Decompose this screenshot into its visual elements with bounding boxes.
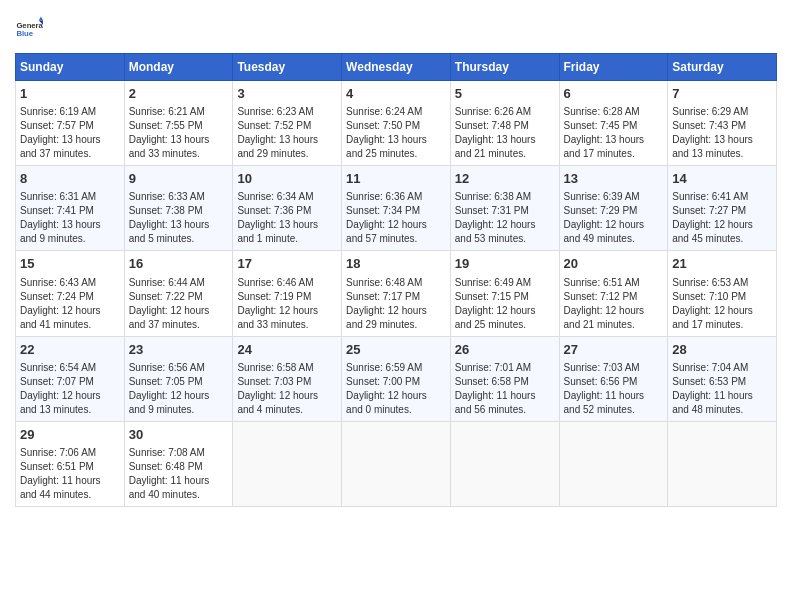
day-number: 22	[20, 341, 120, 359]
day-info: Sunrise: 7:03 AM Sunset: 6:56 PM Dayligh…	[564, 361, 664, 417]
calendar-cell: 19Sunrise: 6:49 AM Sunset: 7:15 PM Dayli…	[450, 251, 559, 336]
day-number: 10	[237, 170, 337, 188]
day-info: Sunrise: 7:08 AM Sunset: 6:48 PM Dayligh…	[129, 446, 229, 502]
calendar-cell	[559, 421, 668, 506]
svg-text:Blue: Blue	[16, 29, 33, 38]
calendar-cell: 26Sunrise: 7:01 AM Sunset: 6:58 PM Dayli…	[450, 336, 559, 421]
day-info: Sunrise: 6:39 AM Sunset: 7:29 PM Dayligh…	[564, 190, 664, 246]
day-info: Sunrise: 6:19 AM Sunset: 7:57 PM Dayligh…	[20, 105, 120, 161]
day-info: Sunrise: 6:53 AM Sunset: 7:10 PM Dayligh…	[672, 276, 772, 332]
day-info: Sunrise: 6:24 AM Sunset: 7:50 PM Dayligh…	[346, 105, 446, 161]
day-info: Sunrise: 6:43 AM Sunset: 7:24 PM Dayligh…	[20, 276, 120, 332]
weekday-header-tuesday: Tuesday	[233, 54, 342, 81]
day-info: Sunrise: 6:59 AM Sunset: 7:00 PM Dayligh…	[346, 361, 446, 417]
day-info: Sunrise: 6:51 AM Sunset: 7:12 PM Dayligh…	[564, 276, 664, 332]
day-info: Sunrise: 6:21 AM Sunset: 7:55 PM Dayligh…	[129, 105, 229, 161]
day-info: Sunrise: 6:23 AM Sunset: 7:52 PM Dayligh…	[237, 105, 337, 161]
day-number: 8	[20, 170, 120, 188]
calendar-cell: 12Sunrise: 6:38 AM Sunset: 7:31 PM Dayli…	[450, 166, 559, 251]
day-info: Sunrise: 6:54 AM Sunset: 7:07 PM Dayligh…	[20, 361, 120, 417]
weekday-header-monday: Monday	[124, 54, 233, 81]
weekday-header-sunday: Sunday	[16, 54, 125, 81]
page-header: General Blue	[15, 15, 777, 43]
day-number: 28	[672, 341, 772, 359]
calendar-cell: 2Sunrise: 6:21 AM Sunset: 7:55 PM Daylig…	[124, 81, 233, 166]
day-number: 11	[346, 170, 446, 188]
calendar-week-4: 22Sunrise: 6:54 AM Sunset: 7:07 PM Dayli…	[16, 336, 777, 421]
day-info: Sunrise: 6:46 AM Sunset: 7:19 PM Dayligh…	[237, 276, 337, 332]
calendar-cell: 13Sunrise: 6:39 AM Sunset: 7:29 PM Dayli…	[559, 166, 668, 251]
svg-text:General: General	[16, 21, 43, 30]
weekday-header-thursday: Thursday	[450, 54, 559, 81]
calendar-cell: 14Sunrise: 6:41 AM Sunset: 7:27 PM Dayli…	[668, 166, 777, 251]
weekday-header-wednesday: Wednesday	[342, 54, 451, 81]
day-number: 24	[237, 341, 337, 359]
day-info: Sunrise: 6:29 AM Sunset: 7:43 PM Dayligh…	[672, 105, 772, 161]
day-number: 3	[237, 85, 337, 103]
calendar-cell: 5Sunrise: 6:26 AM Sunset: 7:48 PM Daylig…	[450, 81, 559, 166]
calendar-week-3: 15Sunrise: 6:43 AM Sunset: 7:24 PM Dayli…	[16, 251, 777, 336]
day-number: 5	[455, 85, 555, 103]
calendar-cell: 23Sunrise: 6:56 AM Sunset: 7:05 PM Dayli…	[124, 336, 233, 421]
day-number: 30	[129, 426, 229, 444]
day-number: 19	[455, 255, 555, 273]
day-number: 14	[672, 170, 772, 188]
weekday-header-saturday: Saturday	[668, 54, 777, 81]
calendar-cell: 1Sunrise: 6:19 AM Sunset: 7:57 PM Daylig…	[16, 81, 125, 166]
calendar-cell	[450, 421, 559, 506]
day-number: 17	[237, 255, 337, 273]
calendar-cell	[342, 421, 451, 506]
calendar-cell: 21Sunrise: 6:53 AM Sunset: 7:10 PM Dayli…	[668, 251, 777, 336]
day-info: Sunrise: 6:36 AM Sunset: 7:34 PM Dayligh…	[346, 190, 446, 246]
calendar-cell: 29Sunrise: 7:06 AM Sunset: 6:51 PM Dayli…	[16, 421, 125, 506]
weekday-header-row: SundayMondayTuesdayWednesdayThursdayFrid…	[16, 54, 777, 81]
day-number: 2	[129, 85, 229, 103]
calendar-cell: 22Sunrise: 6:54 AM Sunset: 7:07 PM Dayli…	[16, 336, 125, 421]
day-number: 6	[564, 85, 664, 103]
day-info: Sunrise: 7:06 AM Sunset: 6:51 PM Dayligh…	[20, 446, 120, 502]
calendar-cell: 7Sunrise: 6:29 AM Sunset: 7:43 PM Daylig…	[668, 81, 777, 166]
calendar-cell: 17Sunrise: 6:46 AM Sunset: 7:19 PM Dayli…	[233, 251, 342, 336]
day-number: 25	[346, 341, 446, 359]
calendar-cell: 4Sunrise: 6:24 AM Sunset: 7:50 PM Daylig…	[342, 81, 451, 166]
day-number: 13	[564, 170, 664, 188]
weekday-header-friday: Friday	[559, 54, 668, 81]
day-number: 20	[564, 255, 664, 273]
svg-marker-2	[39, 16, 43, 20]
calendar-cell: 18Sunrise: 6:48 AM Sunset: 7:17 PM Dayli…	[342, 251, 451, 336]
calendar-cell	[233, 421, 342, 506]
day-number: 16	[129, 255, 229, 273]
calendar-week-2: 8Sunrise: 6:31 AM Sunset: 7:41 PM Daylig…	[16, 166, 777, 251]
calendar-cell: 24Sunrise: 6:58 AM Sunset: 7:03 PM Dayli…	[233, 336, 342, 421]
day-info: Sunrise: 6:38 AM Sunset: 7:31 PM Dayligh…	[455, 190, 555, 246]
calendar-cell: 25Sunrise: 6:59 AM Sunset: 7:00 PM Dayli…	[342, 336, 451, 421]
day-number: 12	[455, 170, 555, 188]
calendar-cell: 8Sunrise: 6:31 AM Sunset: 7:41 PM Daylig…	[16, 166, 125, 251]
calendar-cell	[668, 421, 777, 506]
calendar-cell: 11Sunrise: 6:36 AM Sunset: 7:34 PM Dayli…	[342, 166, 451, 251]
calendar-cell: 30Sunrise: 7:08 AM Sunset: 6:48 PM Dayli…	[124, 421, 233, 506]
day-info: Sunrise: 6:58 AM Sunset: 7:03 PM Dayligh…	[237, 361, 337, 417]
day-info: Sunrise: 6:41 AM Sunset: 7:27 PM Dayligh…	[672, 190, 772, 246]
day-info: Sunrise: 6:48 AM Sunset: 7:17 PM Dayligh…	[346, 276, 446, 332]
day-number: 21	[672, 255, 772, 273]
calendar-cell: 6Sunrise: 6:28 AM Sunset: 7:45 PM Daylig…	[559, 81, 668, 166]
day-number: 23	[129, 341, 229, 359]
day-info: Sunrise: 7:01 AM Sunset: 6:58 PM Dayligh…	[455, 361, 555, 417]
calendar-week-5: 29Sunrise: 7:06 AM Sunset: 6:51 PM Dayli…	[16, 421, 777, 506]
calendar-week-1: 1Sunrise: 6:19 AM Sunset: 7:57 PM Daylig…	[16, 81, 777, 166]
day-number: 1	[20, 85, 120, 103]
day-number: 29	[20, 426, 120, 444]
calendar-cell: 15Sunrise: 6:43 AM Sunset: 7:24 PM Dayli…	[16, 251, 125, 336]
calendar-cell: 27Sunrise: 7:03 AM Sunset: 6:56 PM Dayli…	[559, 336, 668, 421]
day-number: 9	[129, 170, 229, 188]
logo-icon: General Blue	[15, 15, 43, 43]
logo: General Blue	[15, 15, 43, 43]
day-info: Sunrise: 6:33 AM Sunset: 7:38 PM Dayligh…	[129, 190, 229, 246]
day-number: 4	[346, 85, 446, 103]
day-number: 27	[564, 341, 664, 359]
calendar-cell: 20Sunrise: 6:51 AM Sunset: 7:12 PM Dayli…	[559, 251, 668, 336]
calendar-cell: 10Sunrise: 6:34 AM Sunset: 7:36 PM Dayli…	[233, 166, 342, 251]
day-number: 15	[20, 255, 120, 273]
calendar-cell: 3Sunrise: 6:23 AM Sunset: 7:52 PM Daylig…	[233, 81, 342, 166]
